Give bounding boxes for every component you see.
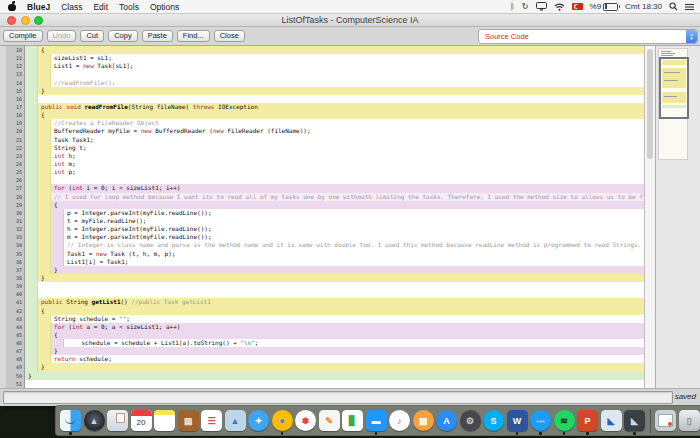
code-line[interactable]: 33m = Integer.parseInt(myFile.readLine()… xyxy=(6,233,644,241)
code-text[interactable]: return schedule; xyxy=(51,355,644,363)
code-line[interactable]: 38} xyxy=(6,274,644,282)
code-line[interactable]: 29{ xyxy=(6,201,644,209)
dock-icon-itunes[interactable]: ♪ xyxy=(389,410,410,431)
dock-icon-app-store[interactable]: A xyxy=(436,410,457,431)
code-text[interactable]: schedule = schedule + List1[a].toString(… xyxy=(64,339,644,347)
code-line[interactable]: 12List1 = new Task[sL1]; xyxy=(6,62,644,70)
code-area[interactable]: 10{11sizeList1 = sL1;12List1 = new Task[… xyxy=(6,46,644,388)
code-text[interactable] xyxy=(38,95,644,103)
code-text[interactable]: } xyxy=(25,372,644,380)
minimize-window-button[interactable] xyxy=(21,16,30,25)
dock-icon-pages[interactable]: ✎ xyxy=(319,410,340,431)
code-text[interactable]: public String getList1() //public Task g… xyxy=(38,298,644,306)
code-text[interactable]: { xyxy=(38,111,644,119)
code-text[interactable]: List1[i] = Task1; xyxy=(64,258,644,266)
zoom-window-button[interactable] xyxy=(34,16,43,25)
bluetooth-icon[interactable]: ᛒ xyxy=(510,3,515,11)
dock-icon-notes[interactable] xyxy=(154,410,175,431)
code-line[interactable]: 46 schedule = schedule + List1[a].toStri… xyxy=(6,339,644,347)
code-line[interactable]: 42{ xyxy=(6,307,644,315)
code-text[interactable]: BufferedReader myFile = new BufferedRead… xyxy=(51,127,644,135)
code-text[interactable]: } xyxy=(51,266,644,274)
code-line[interactable]: 49} xyxy=(6,363,644,371)
code-line[interactable]: 25int p; xyxy=(6,168,644,176)
view-selector[interactable]: Source Code ▲▼ xyxy=(478,29,698,44)
copy-button[interactable]: Copy xyxy=(108,30,138,43)
minimap-viewport[interactable] xyxy=(659,57,689,119)
code-text[interactable]: Task Task1; xyxy=(51,136,644,144)
minimap[interactable] xyxy=(658,48,688,160)
notification-center-icon[interactable] xyxy=(685,3,694,11)
compile-button[interactable]: Compile xyxy=(3,30,43,43)
code-line[interactable]: 23int h; xyxy=(6,152,644,160)
code-line[interactable]: 10{ xyxy=(6,46,644,54)
view-selector-stepper-icon[interactable]: ▲▼ xyxy=(686,30,697,43)
code-text[interactable]: //Creates a FileReader Object xyxy=(51,119,644,127)
dock-icon-mail[interactable] xyxy=(107,410,128,431)
code-text[interactable] xyxy=(38,282,644,290)
code-text[interactable]: h = Integer.parseInt(myFile.readLine()); xyxy=(64,225,644,233)
menubar-clock[interactable]: Cmt 18:30 xyxy=(625,2,662,11)
code-line[interactable]: 21Task Task1; xyxy=(6,136,644,144)
wifi-icon[interactable] xyxy=(554,3,565,11)
code-text[interactable]: } xyxy=(38,274,644,282)
code-line[interactable]: 14//readFromFile(); xyxy=(6,79,644,87)
code-text[interactable]: int h; xyxy=(51,152,644,160)
code-text[interactable]: // Integer is class name and parse is th… xyxy=(64,241,644,249)
code-line[interactable]: 36List1[i] = Task1; xyxy=(6,258,644,266)
code-line[interactable]: 11sizeList1 = sL1; xyxy=(6,54,644,62)
code-text[interactable]: { xyxy=(38,46,644,54)
dock-icon-reminders[interactable]: ☰ xyxy=(201,410,222,431)
code-line[interactable]: 34// Integer is class name and parse is … xyxy=(6,241,644,249)
scrollbar-thumb[interactable] xyxy=(647,49,653,159)
menu-item-tools[interactable]: Tools xyxy=(119,2,139,12)
code-line[interactable]: 24int m; xyxy=(6,160,644,168)
dock-icon-bluej-project[interactable]: ◣ xyxy=(624,410,645,431)
code-text[interactable]: p = Integer.parseInt(myFile.readLine()); xyxy=(64,209,644,217)
code-text[interactable]: String schedule = ""; xyxy=(51,315,644,323)
code-text[interactable] xyxy=(38,290,644,298)
dock-icon-finder[interactable] xyxy=(60,410,81,431)
code-text[interactable]: int p; xyxy=(51,168,644,176)
code-line[interactable]: 32h = Integer.parseInt(myFile.readLine()… xyxy=(6,225,644,233)
code-text[interactable]: public void readFromFile(String fileName… xyxy=(38,103,644,111)
dock-icon-powerpoint[interactable]: P xyxy=(577,410,598,431)
code-line[interactable]: 13 xyxy=(6,70,644,78)
cut-button[interactable]: Cut xyxy=(80,30,104,43)
code-line[interactable]: 27for (int i = 0; i < sizeList1; i++) xyxy=(6,184,644,192)
code-text[interactable] xyxy=(51,176,644,184)
time-machine-icon[interactable]: ↻ xyxy=(522,3,529,11)
dock-icon-safari[interactable]: ✦ xyxy=(248,410,269,431)
code-text[interactable]: int m; xyxy=(51,160,644,168)
code-text[interactable]: } xyxy=(51,347,644,355)
dock-icon-keynote[interactable]: ▬ xyxy=(366,410,387,431)
dock-icon-spotify[interactable]: ≋ xyxy=(554,410,575,431)
code-line[interactable]: 48return schedule; xyxy=(6,355,644,363)
code-line[interactable]: 16 xyxy=(6,95,644,103)
dock-icon-contacts[interactable]: ▤ xyxy=(178,410,199,431)
code-line[interactable]: 30p = Integer.parseInt(myFile.readLine()… xyxy=(6,209,644,217)
code-text[interactable]: String t; xyxy=(51,144,644,152)
input-source-flag-turkey[interactable] xyxy=(572,3,583,10)
dock-icon-ibooks[interactable]: ▤ xyxy=(413,410,434,431)
window-titlebar[interactable]: ListOfTasks - ComputerScience IA xyxy=(0,13,700,27)
dock-icon-bluej[interactable]: ◣ xyxy=(601,410,622,431)
code-line[interactable]: 26 xyxy=(6,176,644,184)
code-line[interactable]: 19//Creates a FileReader Object xyxy=(6,119,644,127)
code-line[interactable]: 35Task1 = new Task (t, h, m, p); xyxy=(6,250,644,258)
code-line[interactable]: 39 xyxy=(6,282,644,290)
code-text[interactable]: m = Integer.parseInt(myFile.readLine()); xyxy=(64,233,644,241)
dock-icon-system-preferences[interactable]: ⚙ xyxy=(460,410,481,431)
code-text[interactable]: { xyxy=(38,307,644,315)
close-window-button[interactable] xyxy=(7,16,16,25)
code-text[interactable]: // I used for loop method because I want… xyxy=(51,193,644,201)
code-text[interactable] xyxy=(25,380,644,388)
code-text[interactable]: for (int a = 0; a < sizeList1; a++) xyxy=(51,323,644,331)
code-line[interactable]: 50} xyxy=(6,372,644,380)
dock-icon-word[interactable]: W xyxy=(507,410,528,431)
code-line[interactable]: 44for (int a = 0; a < sizeList1; a++) xyxy=(6,323,644,331)
dock-icon-trash[interactable]: ▯ xyxy=(679,410,700,431)
dock-icon-launchpad[interactable]: ▲ xyxy=(84,410,105,431)
code-line[interactable]: 20BufferedReader myFile = new BufferedRe… xyxy=(6,127,644,135)
code-line[interactable]: 37} xyxy=(6,266,644,274)
